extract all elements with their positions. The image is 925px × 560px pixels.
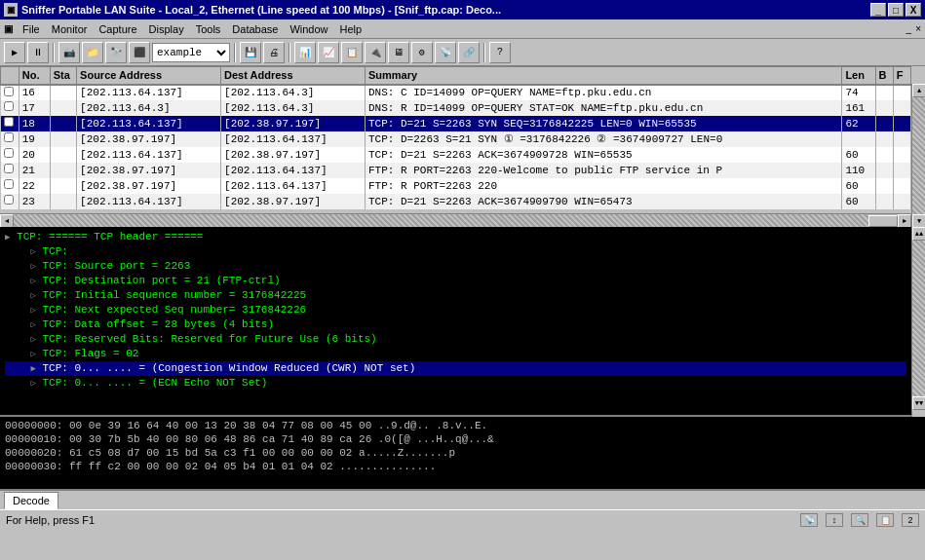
- row-source: [202.113.64.137]: [77, 194, 221, 209]
- row-len: 161: [842, 100, 875, 116]
- table-row[interactable]: 23 [202.113.64.137] [202.38.97.197] TCP:…: [1, 194, 911, 209]
- decode-panel: ▶ TCP: ====== TCP header ====== ▷ TCP: ▷…: [0, 227, 911, 417]
- menu-monitor[interactable]: Monitor: [46, 21, 94, 37]
- capture-btn-6[interactable]: ⚙: [411, 42, 433, 63]
- camera-button[interactable]: 📷: [58, 42, 80, 63]
- table-row[interactable]: 16 [202.113.64.137] [202.113.64.3] DNS: …: [1, 85, 911, 100]
- row-checkbox[interactable]: [1, 147, 19, 163]
- decode-text: TCP: Source port = 2263: [42, 260, 190, 272]
- menu-database[interactable]: Database: [226, 21, 284, 37]
- capture-btn-1[interactable]: 📊: [294, 42, 316, 63]
- capture-btn-8[interactable]: 🔗: [458, 42, 480, 63]
- decode-icon: ▷: [30, 291, 35, 301]
- scroll-right[interactable]: [898, 214, 911, 228]
- decode-line: ▷ TCP: Initial sequence number = 3176842…: [5, 288, 906, 303]
- scroll-down[interactable]: [912, 214, 925, 228]
- capture-btn-5[interactable]: 🖥: [388, 42, 409, 63]
- menu-window[interactable]: Window: [284, 21, 333, 37]
- table-row[interactable]: 19 [202.38.97.197] [202.113.64.137] TCP:…: [1, 131, 911, 147]
- tab-decode[interactable]: Decode: [4, 492, 58, 509]
- row-b: [875, 131, 893, 147]
- play-button[interactable]: ▶: [4, 42, 25, 63]
- row-no: 20: [19, 147, 50, 163]
- mdi-close[interactable]: ×: [915, 23, 921, 34]
- close-button[interactable]: X: [906, 3, 921, 17]
- folder-button[interactable]: 📁: [82, 42, 103, 63]
- decode-scroll-up[interactable]: ▲: [912, 227, 925, 241]
- row-summary: DNS: R ID=14099 OP=QUERY STAT=OK NAME=ft…: [365, 100, 841, 116]
- capture-btn-7[interactable]: 📡: [435, 42, 456, 63]
- capture-btn-4[interactable]: 🔌: [365, 42, 386, 63]
- scroll-left[interactable]: [0, 214, 14, 228]
- col-no[interactable]: No.: [19, 67, 50, 85]
- decode-line: ▷ TCP: Data offset = 28 bytes (4 bits): [5, 317, 906, 332]
- table-row[interactable]: 20 [202.113.64.137] [202.38.97.197] TCP:…: [1, 147, 911, 163]
- packet-list: No. Sta Source Address Dest Address Summ…: [0, 66, 911, 227]
- row-dest: [202.113.64.137]: [221, 163, 366, 178]
- mdi-minimize[interactable]: _: [906, 23, 912, 34]
- tab-decode-label: Decode: [13, 495, 50, 506]
- toolbar-separator-4: [483, 43, 485, 62]
- row-f: [893, 85, 910, 100]
- help-button[interactable]: ?: [489, 42, 511, 63]
- scroll-thumb[interactable]: [868, 215, 898, 227]
- capture-btn-3[interactable]: 📋: [341, 42, 363, 63]
- stop-button[interactable]: ⬛: [129, 42, 150, 63]
- col-dest[interactable]: Dest Address: [221, 67, 366, 85]
- tab-bar: Decode: [0, 490, 925, 509]
- decode-icon: ▶: [30, 364, 35, 374]
- col-len[interactable]: Len: [842, 67, 875, 85]
- status-icon-4: 📋: [876, 513, 894, 527]
- scroll-up[interactable]: [912, 84, 925, 97]
- row-len: 60: [842, 178, 875, 194]
- row-checkbox[interactable]: [1, 163, 19, 178]
- row-len: 60: [842, 147, 875, 163]
- table-row[interactable]: 17 [202.113.64.3] [202.113.64.3] DNS: R …: [1, 100, 911, 116]
- col-b[interactable]: B: [875, 67, 893, 85]
- decode-line: ▷ TCP: Destination port = 21 (FTP-ctrl): [5, 274, 906, 288]
- window-title: Sniffer Portable LAN Suite - Local_2, Et…: [21, 4, 501, 16]
- export-button[interactable]: 💾: [240, 42, 261, 63]
- row-f: [893, 147, 910, 163]
- filter-dropdown[interactable]: example: [152, 43, 230, 62]
- row-checkbox[interactable]: [1, 100, 19, 116]
- decode-content: ▶ TCP: ====== TCP header ====== ▷ TCP: ▷…: [5, 230, 906, 391]
- row-checkbox[interactable]: [1, 85, 19, 100]
- row-checkbox[interactable]: [1, 194, 19, 209]
- row-status: [50, 147, 76, 163]
- horiz-scrollbar[interactable]: [0, 213, 911, 227]
- packet-scrollbar[interactable]: [911, 84, 925, 227]
- row-checkbox[interactable]: [1, 178, 19, 194]
- col-source[interactable]: Source Address: [77, 67, 221, 85]
- binoculars-button[interactable]: 🔭: [105, 42, 127, 63]
- pause-button[interactable]: ⏸: [27, 42, 49, 63]
- menu-capture[interactable]: Capture: [93, 21, 142, 37]
- row-dest: [202.113.64.3]: [221, 100, 366, 116]
- row-checkbox[interactable]: [1, 116, 19, 131]
- menu-help[interactable]: Help: [334, 21, 368, 37]
- row-dest: [202.38.97.197]: [221, 194, 366, 209]
- print-button[interactable]: 🖨: [263, 42, 285, 63]
- menu-tools[interactable]: Tools: [190, 21, 227, 37]
- col-status[interactable]: Sta: [50, 67, 76, 85]
- row-b: [875, 100, 893, 116]
- decode-text: TCP:: [42, 245, 67, 257]
- menu-display[interactable]: Display: [143, 21, 190, 37]
- decode-line: ▷ TCP: Source port = 2263: [5, 259, 906, 274]
- row-f: [893, 194, 910, 209]
- restore-button[interactable]: □: [888, 3, 904, 17]
- menu-file[interactable]: File: [17, 21, 46, 37]
- row-len: 74: [842, 85, 875, 100]
- table-row[interactable]: 22 [202.38.97.197] [202.113.64.137] FTP:…: [1, 178, 911, 194]
- row-checkbox[interactable]: [1, 131, 19, 147]
- status-icon-2: ↕: [826, 513, 843, 527]
- minimize-button[interactable]: _: [870, 3, 886, 17]
- col-summary[interactable]: Summary: [365, 67, 841, 85]
- decode-scroll-down[interactable]: ▼: [912, 396, 925, 410]
- decode-scrollbar[interactable]: ▲ ▼: [911, 227, 925, 417]
- menu-bar: ▣ File Monitor Capture Display Tools Dat…: [0, 19, 925, 39]
- capture-btn-2[interactable]: 📈: [318, 42, 339, 63]
- table-row[interactable]: 21 [202.38.97.197] [202.113.64.137] FTP:…: [1, 163, 911, 178]
- table-row[interactable]: 18 [202.113.64.137] [202.38.97.197] TCP:…: [1, 116, 911, 131]
- col-f[interactable]: F: [893, 67, 910, 85]
